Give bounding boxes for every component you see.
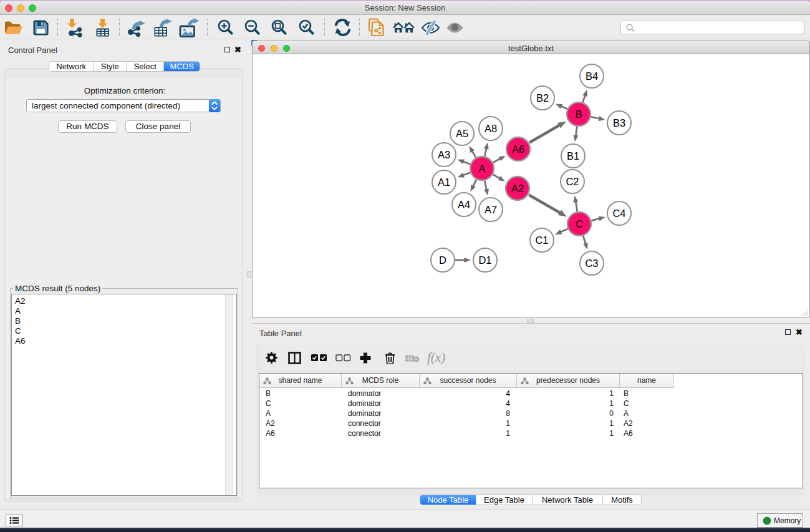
svg-text:B: B: [575, 109, 582, 120]
svg-text:B1: B1: [567, 150, 579, 162]
svg-text:A7: A7: [485, 204, 497, 215]
svg-text:A8: A8: [485, 123, 497, 134]
svg-text:B2: B2: [536, 92, 549, 104]
svg-text:C2: C2: [566, 176, 579, 187]
svg-text:A3: A3: [438, 149, 450, 160]
svg-text:A6: A6: [512, 143, 524, 155]
svg-text:A2: A2: [511, 183, 524, 194]
svg-text:B3: B3: [613, 117, 625, 128]
svg-text:C: C: [576, 218, 583, 230]
svg-text:B4: B4: [586, 70, 598, 82]
svg-text:A5: A5: [456, 128, 468, 139]
svg-text:C1: C1: [535, 235, 548, 246]
svg-text:D: D: [439, 254, 446, 266]
svg-text:A4: A4: [458, 199, 470, 210]
svg-text:A: A: [478, 163, 485, 174]
svg-text:D1: D1: [478, 254, 491, 266]
svg-text:A1: A1: [438, 177, 450, 188]
svg-text:C3: C3: [585, 258, 598, 269]
svg-text:C4: C4: [612, 208, 625, 219]
